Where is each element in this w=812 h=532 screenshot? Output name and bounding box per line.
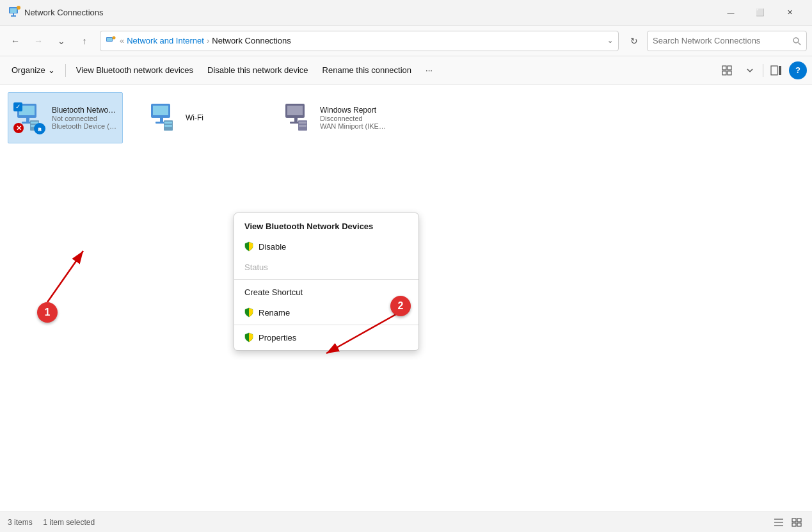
context-menu-create-shortcut[interactable]: Create Shortcut xyxy=(234,282,418,302)
toolbar-separator-2 xyxy=(763,64,763,77)
shield-icon-rename xyxy=(244,307,253,318)
view-tiles-icon xyxy=(722,65,732,76)
more-icon: ··· xyxy=(426,65,433,75)
bluetooth-connection-status: Not connected xyxy=(52,115,118,122)
window-controls: — ⬜ ✕ xyxy=(716,3,804,23)
bluetooth-connection-type: Bluetooth Device (Personal xyxy=(52,122,118,130)
preview-pane-icon xyxy=(770,65,782,76)
svg-rect-44 xyxy=(792,523,796,526)
bluetooth-connection-name: Bluetooth Network Connection xyxy=(52,106,118,115)
svg-rect-42 xyxy=(792,519,796,522)
context-menu: View Bluetooth Network Devices Disable S… xyxy=(234,213,419,351)
windows-report-type: WAN Miniport (IKEv2) xyxy=(320,122,388,130)
toolbar: Organize ⌄ View Bluetooth network device… xyxy=(0,56,812,85)
close-button[interactable]: ✕ xyxy=(775,3,804,23)
up-button[interactable]: ↑ xyxy=(74,31,95,51)
svg-rect-10 xyxy=(722,66,726,70)
svg-rect-33 xyxy=(294,118,298,122)
count-number: 3 items xyxy=(8,518,33,527)
status-bar: 3 items 1 item selected xyxy=(0,512,812,532)
address-bar[interactable]: « Network and Internet › Network Connect… xyxy=(100,31,619,51)
context-menu-rename-label: Rename xyxy=(259,308,290,318)
wifi-item[interactable]: Wi-Fi xyxy=(142,92,257,143)
more-options-button[interactable]: ··· xyxy=(419,60,439,81)
context-menu-status-label: Status xyxy=(244,262,268,272)
view-bluetooth-label: View Bluetooth network devices xyxy=(76,65,193,75)
breadcrumb-separator1: « xyxy=(120,36,124,45)
breadcrumb-arrow: › xyxy=(207,36,209,45)
svg-rect-6 xyxy=(107,38,112,41)
list-view-icon xyxy=(774,518,784,527)
maximize-button[interactable]: ⬜ xyxy=(745,3,775,23)
shield-icon-disable xyxy=(244,241,253,252)
bluetooth-badge: ʙ xyxy=(34,123,45,134)
window-icon xyxy=(8,5,20,20)
search-input[interactable] xyxy=(653,36,788,45)
shield-icon-properties xyxy=(244,332,253,343)
recent-locations-button[interactable]: ⌄ xyxy=(51,31,72,51)
minimize-button[interactable]: — xyxy=(716,3,745,23)
svg-rect-18 xyxy=(26,118,29,122)
svg-rect-26 xyxy=(160,118,163,122)
windows-report-icon-container xyxy=(280,101,314,134)
context-menu-properties-label: Properties xyxy=(259,333,296,343)
disconnected-indicator: ✕ xyxy=(13,123,24,133)
preview-pane-button[interactable] xyxy=(766,60,786,81)
organize-label: Organize xyxy=(12,65,45,75)
svg-point-7 xyxy=(113,36,116,39)
svg-point-8 xyxy=(793,38,799,43)
svg-rect-36 xyxy=(299,122,306,124)
organize-dropdown-icon: ⌄ xyxy=(48,65,55,75)
change-view-button[interactable] xyxy=(717,60,737,81)
tiles-view-button[interactable] xyxy=(789,515,804,530)
address-network-icon xyxy=(106,36,116,46)
view-bluetooth-menu-label: View Bluetooth Network Devices xyxy=(244,222,373,231)
help-button[interactable]: ? xyxy=(789,61,807,79)
bluetooth-icon-container: ✓ ✕ ʙ xyxy=(12,101,45,134)
toolbar-right: ? xyxy=(717,60,807,81)
organize-button[interactable]: Organize ⌄ xyxy=(5,60,61,81)
search-bar[interactable] xyxy=(647,31,807,51)
bluetooth-connection-item[interactable]: ✓ ✕ ʙ Bluetooth Network Connection Not c… xyxy=(8,92,123,143)
wifi-network-icon xyxy=(146,101,178,133)
context-menu-divider-1 xyxy=(234,279,418,280)
annotation-2: 2 xyxy=(390,296,411,316)
svg-line-9 xyxy=(799,42,801,45)
chevron-down-icon xyxy=(747,67,753,74)
toolbar-separator-1 xyxy=(65,64,66,77)
wifi-icon-container xyxy=(146,101,179,134)
svg-rect-1 xyxy=(10,8,17,13)
address-dropdown-button[interactable]: ⌄ xyxy=(607,36,613,45)
svg-rect-12 xyxy=(722,71,726,75)
svg-rect-14 xyxy=(771,66,777,75)
windows-report-name: Windows Report xyxy=(320,106,388,115)
list-view-button[interactable] xyxy=(771,515,786,530)
context-menu-create-shortcut-label: Create Shortcut xyxy=(244,287,303,297)
refresh-button[interactable]: ↻ xyxy=(624,31,644,51)
windows-report-icon xyxy=(280,101,312,133)
windows-report-item[interactable]: Windows Report Disconnected WAN Miniport… xyxy=(276,92,392,143)
windows-report-status: Disconnected xyxy=(320,115,388,122)
context-menu-disable[interactable]: Disable xyxy=(234,236,418,257)
svg-point-4 xyxy=(17,6,20,10)
forward-button[interactable]: → xyxy=(28,31,49,51)
context-menu-properties[interactable]: Properties xyxy=(234,327,418,348)
svg-rect-45 xyxy=(797,523,801,526)
disable-button[interactable]: Disable this network device xyxy=(201,60,315,81)
breadcrumb-part2[interactable]: Network Connections xyxy=(212,36,291,45)
context-menu-view-bluetooth[interactable]: View Bluetooth Network Devices xyxy=(234,216,418,236)
svg-rect-11 xyxy=(728,66,731,70)
selected-label: 1 item selected xyxy=(43,518,95,527)
breadcrumb-part1[interactable]: Network and Internet xyxy=(127,36,204,45)
back-button[interactable]: ← xyxy=(5,31,26,51)
view-dropdown-button[interactable] xyxy=(740,60,760,81)
svg-rect-30 xyxy=(164,125,172,127)
context-menu-divider-2 xyxy=(234,325,418,325)
view-bluetooth-button[interactable]: View Bluetooth network devices xyxy=(70,60,200,81)
breadcrumb: « Network and Internet › Network Connect… xyxy=(120,36,291,45)
rename-button[interactable]: Rename this connection xyxy=(316,60,418,81)
windows-report-info: Windows Report Disconnected WAN Miniport… xyxy=(320,106,388,130)
svg-rect-15 xyxy=(779,66,781,75)
bluetooth-connection-info: Bluetooth Network Connection Not connect… xyxy=(52,106,118,130)
svg-rect-37 xyxy=(299,125,306,127)
